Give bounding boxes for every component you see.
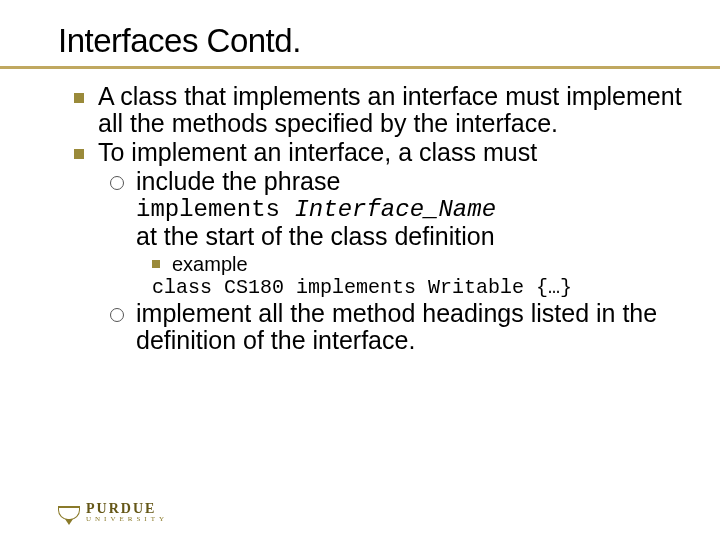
code-interface-name: Interface_Name (294, 196, 496, 223)
bullet-2-sub-1-cont: at the start of the class definition (58, 223, 704, 250)
bullet-2-sub-1: include the phrase (58, 168, 704, 195)
bullet-1: A class that implements an interface mus… (58, 83, 704, 137)
code-example: class CS180 implements Writable {…} (58, 277, 704, 299)
purdue-logo: PURDUE UNIVERSITY (58, 503, 168, 522)
slide-body: A class that implements an interface mus… (0, 69, 720, 354)
code-keyword: implements (136, 196, 280, 223)
logo-text-sub: UNIVERSITY (86, 516, 168, 522)
purdue-logo-mark-icon (58, 506, 80, 520)
bullet-2-sub-2: implement all the method headings listed… (58, 300, 704, 354)
code-implements-phrase: implements Interface_Name (58, 197, 704, 223)
logo-text-main: PURDUE (86, 503, 168, 516)
bullet-2-sub-1-example-label: example (58, 252, 704, 277)
slide-title: Interfaces Contd. (58, 22, 720, 60)
bullet-2: To implement an interface, a class must (58, 139, 704, 166)
